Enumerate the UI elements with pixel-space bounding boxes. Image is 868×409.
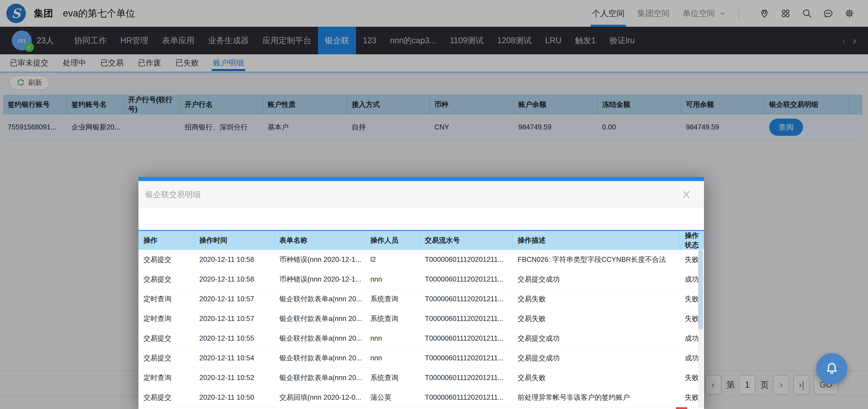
cell-time: 2020-12-11 10:58 (194, 269, 274, 289)
modal-table-rows: 交易提交 2020-12-11 10:58 币种错误(nnn 2020-12-1… (138, 250, 704, 409)
cell-operation: 交易提交 (138, 329, 194, 348)
mcol-operator: 操作人员 (365, 231, 420, 250)
cell-operator: nnn (365, 329, 420, 348)
transaction-detail-modal: 银企联交易明细 操作 操作时间 表单名称 操作人员 交易流水号 操作描述 操作状… (138, 177, 704, 409)
cell-description: FBCN026: 字符串类型字段CCYNBR长度不合法 (513, 250, 680, 269)
application-window: S 集团 eva的第七个单位 个人空间 集团空间 单位空间 (0, 0, 868, 409)
cell-operation: 交易提交 (138, 348, 194, 368)
cell-operation: 交易提交 (138, 388, 194, 407)
modal-scrollbar-track[interactable] (698, 250, 703, 408)
modal-table: 操作 操作时间 表单名称 操作人员 交易流水号 操作描述 操作状态 交易提交 2… (138, 230, 704, 409)
cell-operator: nnn (365, 348, 420, 368)
cell-description: 交易失败 (513, 309, 680, 328)
cell-serial: T000006011120201211... (420, 368, 513, 387)
mcol-status: 操作状态 (680, 231, 704, 250)
cell-description: 交易提交成功 (513, 348, 680, 368)
modal-table-header: 操作 操作时间 表单名称 操作人员 交易流水号 操作描述 操作状态 (138, 230, 704, 250)
list-item[interactable]: 交易提交 2020-12-11 10:54 银企联付款表单a(nnn 20...… (138, 348, 704, 368)
cell-form-name: 银企联付款表单a(nnn 20... (274, 289, 365, 309)
cell-serial: T000006011120201211... (420, 388, 513, 407)
cell-serial: T000006011120201211... (420, 250, 513, 269)
cell-time: 2020-12-11 10:52 (194, 368, 274, 387)
cell-time: 2020-12-11 10:50 (194, 388, 274, 407)
mcol-description: 操作描述 (513, 231, 680, 250)
cell-operator: 蒲公英 (365, 388, 420, 407)
modal-body-gap (138, 208, 704, 231)
cell-operation: 定时查询 (138, 368, 194, 387)
notification-bell-button[interactable] (816, 353, 847, 384)
cell-operator: 系统查询 (365, 309, 420, 328)
cell-form-name: 银企联付款表单a(nnn 20... (274, 368, 365, 387)
cell-operation: 交易提交 (138, 269, 194, 289)
cell-operation: 交易提交 (138, 250, 194, 269)
red-indicator (676, 407, 687, 409)
modal-header: 银企联交易明细 (138, 181, 704, 208)
list-item[interactable]: 定时查询 2020-12-11 10:57 银企联付款表单a(nnn 20...… (138, 289, 704, 309)
cell-form-name: 币种错误(nnn 2020-12-1... (274, 269, 365, 289)
cell-serial: T000006011120201211... (420, 289, 513, 309)
cell-operation: 定时查询 (138, 309, 194, 328)
cell-time: 2020-12-11 10:57 (194, 309, 274, 328)
cell-time: 2020-12-11 10:54 (194, 348, 274, 368)
cell-operator: nnn (365, 269, 420, 289)
cell-operator: 系统查询 (365, 368, 420, 387)
list-item[interactable]: 交易提交 2020-12-11 10:58 币种错误(nnn 2020-12-1… (138, 250, 704, 269)
cell-time: 2020-12-11 10:57 (194, 289, 274, 309)
modal-scrollbar-thumb[interactable] (698, 250, 703, 329)
cell-operator: 系统查询 (365, 289, 420, 309)
cell-description: 交易失败 (513, 368, 680, 387)
cell-form-name: 交易回填(nnn 2020-12-0... (274, 388, 365, 407)
cell-form-name: 银企联付款表单a(nnn 20... (274, 348, 365, 368)
modal-accent-bar (138, 177, 704, 181)
list-item[interactable]: 交易提交 2020-12-11 10:58 币种错误(nnn 2020-12-1… (138, 269, 704, 289)
mcol-operation: 操作 (138, 231, 194, 250)
cell-time: 2020-12-11 10:58 (194, 250, 274, 269)
cell-description: 交易提交成功 (513, 269, 680, 289)
cell-description: 交易提交成功 (513, 329, 680, 348)
bell-icon (825, 361, 839, 376)
mcol-time: 操作时间 (194, 231, 274, 250)
modal-title: 银企联交易明细 (145, 189, 200, 200)
cell-serial: T000006011120201211... (420, 269, 513, 289)
cell-form-name: 银企联付款表单a(nnn 20... (274, 309, 365, 328)
cell-description: 交易失败 (513, 289, 680, 309)
cell-description: 前处理异常帐号非该客户的签约账户 (513, 388, 680, 407)
mcol-serial: 交易流水号 (420, 231, 513, 250)
cell-operator: l2 (365, 250, 420, 269)
list-item[interactable]: 交易提交 2020-12-11 10:55 银企联付款表单a(nnn 20...… (138, 329, 704, 348)
cell-operation: 定时查询 (138, 289, 194, 309)
close-icon[interactable] (681, 189, 692, 200)
cell-serial: T000006011120201211... (420, 309, 513, 328)
cell-form-name: 币种错误(nnn 2020-12-1... (274, 250, 365, 269)
list-item[interactable]: 定时查询 2020-12-11 10:52 银企联付款表单a(nnn 20...… (138, 368, 704, 388)
list-item[interactable]: 交易提交 2020-12-11 10:50 交易回填(nnn 2020-12-0… (138, 388, 704, 407)
cell-time: 2020-12-11 10:55 (194, 329, 274, 348)
list-item[interactable]: 定时查询 2020-12-11 10:57 银企联付款表单a(nnn 20...… (138, 309, 704, 329)
mcol-form-name: 表单名称 (274, 231, 365, 250)
cell-serial: T000006011120201211... (420, 329, 513, 348)
cell-serial: T000006011120201211... (420, 348, 513, 368)
cell-form-name: 银企联付款表单a(nnn 20... (274, 329, 365, 348)
